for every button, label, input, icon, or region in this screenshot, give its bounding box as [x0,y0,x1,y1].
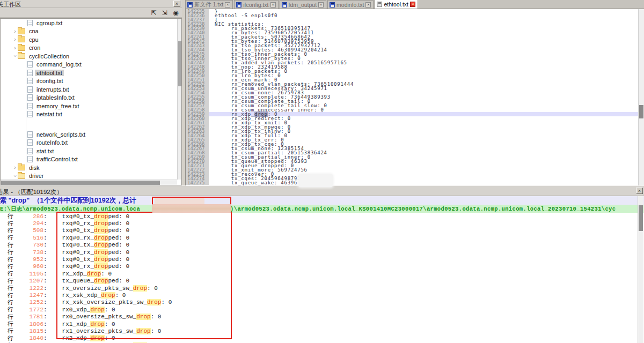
tree-item-interrupts-txt[interactable]: interrupts.txt [1,85,181,94]
tree-item-cpu[interactable]: ›cpu [1,35,181,44]
result-colon: : [43,321,47,327]
search-result-row[interactable]: 行1781:rx0_oversize_pkts_sw_drop: 0 [0,313,638,320]
expand-all-button[interactable]: ⇱ [149,9,158,17]
chevron-right-icon[interactable]: › [12,36,18,42]
editor-vertical-scrollbar[interactable] [638,9,644,185]
search-result-row[interactable]: 行1247:rx_xsk_xdp_drop: 0 [0,292,638,299]
search-result-row[interactable]: 行1207:tx_queue_dropped: 0 [0,278,638,285]
tree-item-iptablesinfo-txt[interactable]: iptablesInfo.txt [1,94,181,102]
tab-close-icon[interactable]: × [318,2,324,8]
result-text: rx0_xdp_drop: 0 [47,307,115,313]
tree-item-memory-free-txt[interactable]: memory_free.txt [1,102,181,110]
tab-close-icon[interactable]: × [365,2,371,8]
tree-item-routeinfo-txt[interactable]: routeInfo.txt [1,139,181,147]
chevron-right-icon[interactable]: › [12,28,18,34]
close-icon: × [175,1,178,6]
result-colon: : [43,299,47,305]
tree-item-trafficcontrol-txt[interactable]: trafficControl.txt [1,155,181,164]
tree-item-netstat-txt[interactable]: netstat.txt [1,110,181,119]
chevron-down-icon[interactable]: › [12,173,18,178]
result-file-path-row[interactable]: E:\日志\armod0523.odata.ncmp.unicom.loca r… [0,205,644,213]
result-colon: : [43,235,47,241]
workspace-close-button[interactable]: × [173,1,180,7]
tree-item-cron[interactable]: ›cron [1,44,181,53]
tab-fdm-output[interactable]: fdm_output× [280,0,327,9]
search-result-row[interactable]: 行1195:rx_xdp_drop: 0 [0,270,638,277]
tree-item-driver[interactable]: ›driver [1,172,181,181]
tree-item-label: network_scripts.txt [35,131,87,138]
tree-item-network-scripts-txt[interactable]: network_scripts.txt [1,130,181,139]
result-line-number: 952 [14,256,43,263]
tree-item-disk[interactable]: ›disk [1,163,181,172]
tree-hscroll-thumb[interactable] [1,181,160,185]
tree-horizontal-scrollbar[interactable] [1,180,177,185]
search-result-row[interactable]: 行286:txq#0_tx_dropped: 0 [0,213,638,220]
file-tree[interactable]: cgroup.txt›cna›cpu›cron›cyclicCollection… [0,18,182,185]
tab--1-txt[interactable]: 新文件 1.txt× [185,0,233,9]
chevron-right-icon[interactable]: › [12,45,18,51]
search-result-row[interactable]: 行952:txq#0_tx_dropped: 0 [0,256,638,263]
collapse-all-button[interactable]: ⇲ [160,9,169,17]
tree-item-label: iptablesInfo.txt [35,94,76,101]
matched-word-highlight: drop [94,227,108,234]
tree-vscroll-thumb[interactable] [178,41,182,86]
result-line-number: 1806 [14,321,43,327]
search-result-row[interactable]: 行1815:rx1_oversize_pkts_sw_drop: 0 [0,327,638,334]
search-result-row[interactable]: 行1222:rx_oversize_pkts_sw_drop: 0 [0,285,638,292]
tab-ethtool-txt[interactable]: ethtool.txt× [375,0,418,9]
result-line-number: 508 [14,227,43,234]
search-result-row[interactable]: 行516:rxq#0_rx_dropped: 0 [0,234,638,241]
tab-close-icon[interactable]: × [270,2,276,8]
search-result-row[interactable]: 行1252:rx_xsk_oversize_pkts_sw_drop: 0 [0,299,638,306]
search-summary-tail: 次） [184,196,197,205]
results-close-button[interactable]: × [636,188,643,194]
tree-item-cycliccollection[interactable]: ›cyclicCollection [1,52,181,61]
code-text: { [209,18,644,22]
tree-item-cgroup-txt[interactable]: cgroup.txt [1,19,181,27]
result-colon: : [43,213,47,220]
search-result-row[interactable]: 行730:txq#0_tx_dropped: 0 [0,242,638,249]
search-result-row[interactable]: 行508:txq#0_tx_dropped: 0 [0,227,638,234]
locate-file-button[interactable]: ◉ [171,9,180,17]
tree-item-ifconfig-txt[interactable]: ifconfig.txt [1,77,181,86]
tree-item-command-log-txt[interactable]: command_log.txt [1,61,181,69]
search-result-row[interactable]: 行738:rxq#0_rx_dropped: 0 [0,249,638,256]
tree-item-stat-txt[interactable]: stat.txt [1,147,181,155]
editor-text-area[interactable]: 142235}142236ethtool -S enp1s0f0142237{1… [185,9,644,185]
collapse-all-icon: ⇲ [162,9,167,17]
tree-item-label: cpu [27,36,40,43]
chevron-right-icon[interactable]: › [12,165,18,170]
tree-item-ethtool-txt[interactable]: ethtool.txt [1,69,181,77]
result-colon: : [43,292,47,299]
tree-item-cna[interactable]: ›cna [1,27,181,36]
search-result-row[interactable]: 行294:rxq#0_rx_dropped: 0 [0,220,638,227]
tab-close-icon[interactable]: × [225,2,230,8]
editor-vscroll-thumb[interactable] [639,105,643,118]
tree-vertical-scrollbar[interactable] [177,19,182,180]
matched-word-highlight: drop [94,263,108,270]
matched-word-highlight: drop [94,235,108,241]
search-result-row[interactable]: 行1772:rx0_xdp_drop: 0 [0,306,638,313]
tab-modinfo-txt[interactable]: modinfo.txt× [327,0,374,9]
result-colon: : [43,256,47,263]
file-icon [27,148,33,154]
tree-item-label: command_log.txt [35,61,83,68]
result-line-number: 1222 [14,285,43,292]
tab-close-icon[interactable]: × [410,2,415,7]
result-line-number: 516 [14,235,43,241]
tab-ifconfig-txt[interactable]: ifconfig.txt× [234,0,278,9]
code-line[interactable]: 142236ethtool -S enp1s0f0 [186,13,644,18]
result-colon: : [43,328,47,334]
code-line[interactable]: 142275 tx_queue_wake: 46396 [186,181,644,185]
results-list: 行286:txq#0_tx_dropped: 0行294:rxq#0_rx_dr… [0,213,638,343]
matched-word-highlight: drop [87,271,101,277]
search-result-row[interactable]: 行960:rxq#0_rx_dropped: 0 [0,263,638,270]
results-vertical-scrollbar[interactable] [638,196,643,343]
tree-item-label: memory_free.txt [35,103,80,109]
search-result-row[interactable]: 行1840:rx2_xdp_drop: 0 [0,335,638,342]
search-result-row[interactable]: 行1806:rx1_xdp_drop: 0 [0,320,638,327]
chevron-down-icon[interactable]: › [12,54,18,59]
close-icon: × [638,188,641,193]
results-vscroll-thumb[interactable] [639,205,643,231]
result-colon: : [43,335,47,341]
